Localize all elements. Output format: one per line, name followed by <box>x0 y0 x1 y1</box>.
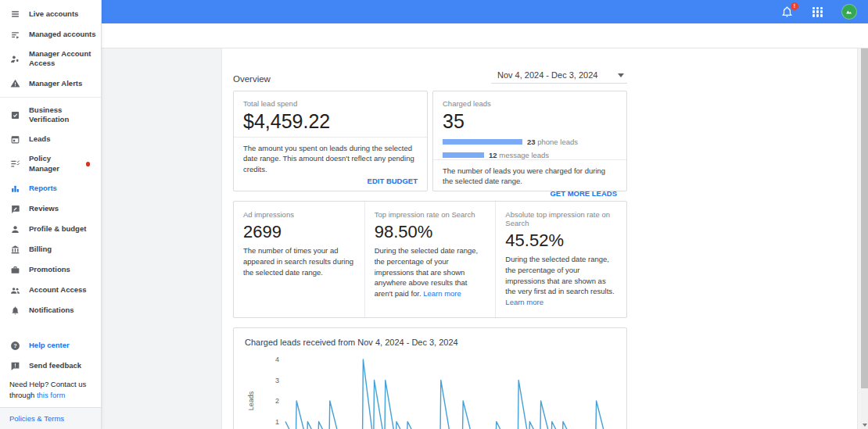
promotions-icon <box>9 264 20 275</box>
sidebar-item-policy-manager[interactable]: Policy Manager <box>0 149 101 178</box>
policies-terms-link[interactable]: Policies & Terms <box>0 407 101 429</box>
impressions-stats-card: Ad impressions 2699 The number of times … <box>233 201 627 318</box>
alert-dot <box>86 162 90 166</box>
leads-icon <box>9 134 20 145</box>
top-impression-rate-label: Top impression rate on Search <box>375 210 486 219</box>
sidebar-item-notifications[interactable]: Notifications <box>0 300 101 320</box>
charged-leads-description: The number of leads you were charged for… <box>443 166 617 187</box>
account-avatar[interactable] <box>841 4 857 20</box>
abs-top-impression-rate-col: Absolute top impression rate on Search 4… <box>495 202 626 317</box>
sidebar-item-send-feedback[interactable]: Send feedback <box>0 356 101 376</box>
sidebar-item-reviews[interactable]: Reviews <box>0 198 101 219</box>
sidebar-item-live-accounts[interactable]: Live accounts <box>0 4 101 24</box>
top-impression-rate-value: 98.50% <box>375 222 486 242</box>
svg-text:4: 4 <box>275 356 279 363</box>
message-leads-bar <box>443 152 484 158</box>
lead-spend-value: $4,459.22 <box>243 110 418 133</box>
message-leads-bar-row: 12 message leads <box>443 151 617 159</box>
leads-line-chart: 01234Nov 10Nov 17Nov 24Dec 1Leads <box>245 349 636 429</box>
sidebar-item-manager-alerts[interactable]: Manager Alerts <box>0 73 101 94</box>
main-area: ! Overview Nov 4, 2024 - Dec 3, 2024 <box>102 0 868 429</box>
managed-accounts-icon <box>9 29 20 40</box>
edit-budget-button[interactable]: EDIT BUDGET <box>243 177 418 185</box>
date-range-picker[interactable]: Nov 4, 2024 - Dec 3, 2024 <box>491 69 627 84</box>
secondary-header-strip <box>102 23 868 48</box>
need-help-text: Need Help? Contact us through this form <box>0 376 101 407</box>
svg-text:Leads: Leads <box>247 391 255 410</box>
business-verification-icon <box>9 109 20 120</box>
charged-leads-value: 35 <box>443 110 617 133</box>
avatar-glyph <box>844 6 855 17</box>
live-accounts-icon <box>9 9 20 20</box>
abs-top-impression-rate-label: Absolute top impression rate on Search <box>505 210 617 227</box>
ad-impressions-label: Ad impressions <box>243 210 355 219</box>
chevron-down-icon <box>618 73 624 77</box>
billing-icon <box>9 244 20 255</box>
lead-spend-label: Total lead spend <box>243 99 418 108</box>
reports-icon <box>9 183 20 194</box>
ad-impressions-col: Ad impressions 2699 The number of times … <box>234 202 364 317</box>
date-range-value: Nov 4, 2024 - Dec 3, 2024 <box>497 70 597 80</box>
sidebar-item-reports[interactable]: Reports <box>0 178 101 198</box>
sidebar-item-help-center[interactable]: ?Help center <box>0 335 101 356</box>
vertical-scrollbar <box>861 48 868 429</box>
phone-leads-bar <box>443 139 522 145</box>
page-title: Overview <box>233 74 271 84</box>
sidebar-footer-items: ?Help centerSend feedback <box>0 335 101 376</box>
scrollbar-thumb[interactable] <box>861 48 868 388</box>
notifications-bell-icon[interactable]: ! <box>780 5 794 19</box>
apps-grid-icon[interactable] <box>812 7 823 17</box>
notifications-icon <box>9 305 20 316</box>
sidebar-item-billing[interactable]: Billing <box>0 239 101 259</box>
manager-account-access-icon <box>9 53 20 64</box>
sidebar: Live accountsManaged accountsManager Acc… <box>0 0 102 429</box>
content-background: Overview Nov 4, 2024 - Dec 3, 2024 Total… <box>102 48 868 429</box>
reviews-icon <box>9 203 20 214</box>
charged-leads-chart-card: Charged leads received from Nov 4, 2024 … <box>233 327 627 429</box>
phone-leads-bar-row: 23 phone leads <box>443 138 617 146</box>
top-impression-rate-col: Top impression rate on Search 98.50% Dur… <box>364 202 496 317</box>
scrollbar-down-arrow[interactable] <box>861 422 868 428</box>
abs-top-impression-rate-description: During the selected date range, the perc… <box>505 255 614 295</box>
sidebar-item-leads[interactable]: Leads <box>0 129 101 149</box>
help-icon: ? <box>9 340 20 351</box>
sidebar-item-promotions[interactable]: Promotions <box>0 259 101 280</box>
svg-text:?: ? <box>13 342 17 349</box>
lead-spend-description: The amount you spent on leads during the… <box>243 143 418 174</box>
svg-text:1: 1 <box>275 417 279 425</box>
ad-impressions-value: 2699 <box>243 222 355 242</box>
sidebar-item-account-access[interactable]: Account Access <box>0 280 101 300</box>
manager-alerts-icon <box>9 78 20 89</box>
top-app-bar: ! <box>102 0 868 23</box>
ad-impressions-description: The number of times your ad appeared in … <box>243 245 355 277</box>
svg-text:2: 2 <box>275 397 279 405</box>
charged-leads-label: Charged leads <box>443 99 617 108</box>
sidebar-item-managed-accounts[interactable]: Managed accounts <box>0 24 101 45</box>
reports-panel: Overview Nov 4, 2024 - Dec 3, 2024 Total… <box>221 48 858 429</box>
sidebar-item-business-verification[interactable]: Business Verification <box>0 101 101 130</box>
sidebar-item-profile-budget[interactable]: Profile & budget <box>0 219 101 239</box>
sidebar-item-manager-account-access[interactable]: Manager Account Access <box>0 45 101 73</box>
learn-more-link[interactable]: Learn more <box>423 289 461 298</box>
feedback-icon <box>9 360 20 371</box>
account-access-icon <box>9 284 20 295</box>
sidebar-nav: Live accountsManaged accountsManager Acc… <box>0 0 101 320</box>
sidebar-footer: ?Help centerSend feedback Need Help? Con… <box>0 335 101 429</box>
charged-leads-card: Charged leads 35 23 phone leads 12 messa… <box>432 91 627 191</box>
svg-text:3: 3 <box>275 376 279 384</box>
learn-more-link[interactable]: Learn more <box>505 298 543 306</box>
chart-title: Charged leads received from Nov 4, 2024 … <box>245 338 626 347</box>
contact-form-link[interactable]: this form <box>37 391 65 399</box>
notification-badge: ! <box>791 2 798 10</box>
get-more-leads-button[interactable]: GET MORE LEADS <box>443 189 617 198</box>
total-lead-spend-card: Total lead spend $4,459.22 The amount yo… <box>233 91 428 191</box>
policy-manager-icon <box>9 159 20 170</box>
abs-top-impression-rate-value: 45.52% <box>505 231 617 251</box>
profile-budget-icon <box>9 223 20 234</box>
